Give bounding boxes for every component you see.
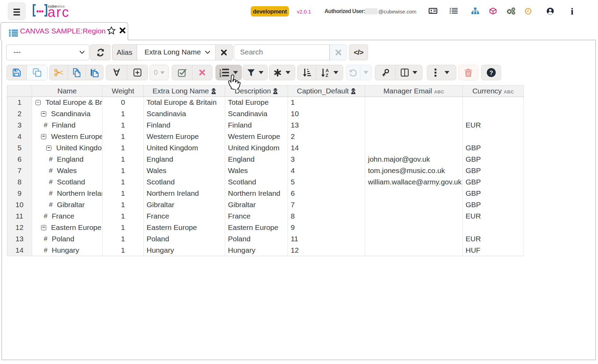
svg-text:3: 3	[219, 74, 221, 77]
svg-text:Z: Z	[326, 73, 328, 77]
svg-text:?: ?	[489, 70, 493, 76]
svg-text:arc: arc	[48, 4, 70, 20]
svg-text:A: A	[326, 68, 329, 73]
